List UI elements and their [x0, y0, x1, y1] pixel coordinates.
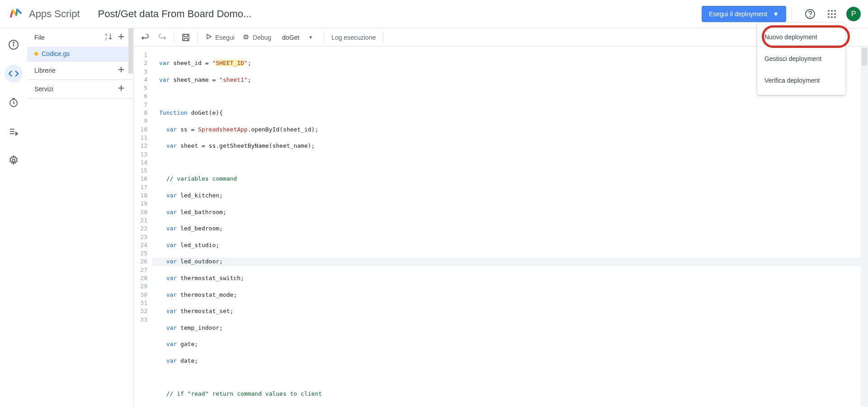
- chevron-down-icon: ▼: [773, 10, 779, 18]
- run-button[interactable]: Esegui: [205, 33, 235, 42]
- save-icon[interactable]: [181, 33, 190, 42]
- undo-icon[interactable]: [141, 33, 150, 42]
- svg-point-3: [831, 10, 833, 12]
- manage-deployment-item[interactable]: Gestisci deployment: [757, 48, 845, 70]
- svg-line-35: [247, 35, 248, 36]
- function-selector[interactable]: doGet ▼: [278, 34, 316, 41]
- svg-line-36: [244, 38, 245, 39]
- editor-scrollbar-thumb[interactable]: [862, 47, 867, 65]
- svg-point-8: [828, 16, 830, 18]
- run-label: Esegui: [215, 34, 235, 41]
- left-rail: [0, 28, 27, 407]
- svg-rect-28: [184, 34, 188, 37]
- file-item-codice[interactable]: Codice.gs: [27, 47, 133, 61]
- line-gutter: 1234567891011121314151617181920212223242…: [134, 47, 152, 407]
- debug-label: Debug: [253, 34, 271, 41]
- svg-rect-29: [184, 38, 188, 41]
- execution-log-button[interactable]: Log esecuzione: [331, 34, 376, 41]
- clock-icon[interactable]: [5, 94, 23, 112]
- debug-button[interactable]: Debug: [242, 33, 271, 42]
- code-content[interactable]: var sheet_id = "SHEET_ID"; var sheet_nam…: [152, 47, 868, 407]
- redo-icon[interactable]: [157, 33, 166, 42]
- svg-point-6: [831, 13, 833, 15]
- bug-icon: [242, 33, 250, 42]
- code-editor[interactable]: 1234567891011121314151617181920212223242…: [134, 47, 868, 407]
- new-deployment-item[interactable]: Nuovo deployment: [757, 26, 845, 48]
- app-header: Apps Script Post/Get data From Board Dom…: [0, 0, 868, 28]
- services-section-title: Servizi: [34, 85, 53, 93]
- function-selected-label: doGet: [282, 34, 299, 41]
- log-label: Log esecuzione: [331, 34, 376, 41]
- play-icon: [205, 33, 212, 42]
- svg-point-13: [13, 42, 14, 43]
- deploy-dropdown: Nuovo deployment Gestisci deployment Ver…: [757, 23, 845, 95]
- svg-point-9: [831, 16, 833, 18]
- sort-az-icon[interactable]: AZ: [104, 32, 113, 43]
- project-title[interactable]: Post/Get data From Board Domo...: [98, 8, 702, 20]
- svg-point-18: [12, 159, 15, 162]
- svg-text:A: A: [105, 33, 108, 37]
- verify-deployment-item[interactable]: Verifica deployment: [757, 70, 845, 91]
- file-section-title: File: [34, 34, 45, 41]
- svg-point-1: [810, 17, 811, 17]
- svg-point-7: [834, 13, 836, 15]
- libraries-section-title: Librerie: [34, 67, 56, 74]
- separator: [792, 8, 792, 20]
- info-icon[interactable]: [5, 36, 23, 54]
- file-sidebar: File AZ Codice.gs Librerie: [27, 28, 133, 407]
- app-name: Apps Script: [29, 8, 80, 20]
- user-avatar[interactable]: P: [846, 7, 861, 21]
- editor-scrollbar-track[interactable]: [861, 47, 868, 407]
- svg-point-4: [834, 10, 836, 12]
- chevron-down-icon: ▼: [308, 35, 313, 40]
- deploy-button[interactable]: Esegui il deployment ▼: [702, 6, 786, 22]
- svg-point-2: [828, 10, 830, 12]
- unsaved-indicator-icon: [34, 52, 38, 56]
- file-name-label: Codice.gs: [42, 50, 70, 57]
- svg-point-10: [834, 16, 836, 18]
- apps-script-logo: [7, 6, 24, 22]
- svg-text:Z: Z: [105, 37, 107, 41]
- sidebar-scrollbar[interactable]: [128, 28, 133, 74]
- apps-grid-icon[interactable]: [823, 5, 841, 23]
- editor-icon[interactable]: [5, 65, 23, 83]
- svg-line-34: [244, 35, 245, 36]
- deploy-button-label: Esegui il deployment: [709, 10, 767, 18]
- svg-line-37: [247, 38, 248, 39]
- add-service-icon[interactable]: [117, 84, 126, 94]
- add-library-icon[interactable]: [117, 65, 126, 76]
- settings-icon[interactable]: [5, 151, 23, 169]
- executions-icon[interactable]: [5, 122, 23, 140]
- add-file-icon[interactable]: [117, 32, 126, 43]
- help-icon[interactable]: [801, 5, 819, 23]
- svg-point-5: [828, 13, 830, 15]
